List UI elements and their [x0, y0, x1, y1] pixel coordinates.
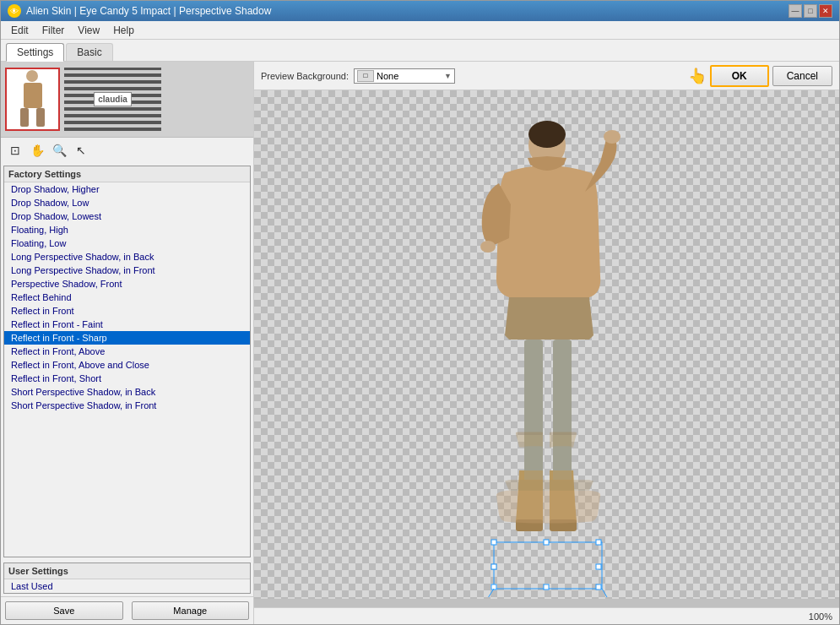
svg-rect-17 — [494, 542, 602, 589]
svg-rect-16 — [553, 446, 572, 480]
subject-container — [458, 107, 636, 597]
tabs-bar: Settings Basic — [1, 40, 839, 62]
factory-settings-header: Factory Settings — [4, 166, 250, 182]
list-item[interactable]: Long Perspective Shadow, in Front — [4, 264, 250, 277]
menu-filter[interactable]: Filter — [35, 23, 72, 38]
svg-rect-19 — [544, 540, 549, 545]
factory-settings-list: Drop Shadow, Higher Drop Shadow, Low Dro… — [4, 182, 250, 557]
list-item[interactable]: Reflect Behind — [4, 291, 250, 304]
svg-rect-2 — [20, 108, 29, 127]
left-panel: claudia ⊡ ✋ 🔍 ↖ Factory Settings Drop Sh… — [1, 62, 254, 624]
svg-rect-15 — [524, 446, 543, 480]
svg-rect-18 — [491, 540, 496, 545]
factory-settings-section: Factory Settings Drop Shadow, Higher Dro… — [3, 166, 251, 557]
preview-background-select[interactable]: □ None ▼ — [354, 68, 455, 84]
close-button[interactable]: ✕ — [819, 4, 832, 18]
last-used-item[interactable]: Last Used — [4, 579, 250, 593]
main-content: claudia ⊡ ✋ 🔍 ↖ Factory Settings Drop Sh… — [1, 62, 839, 624]
list-item[interactable]: Floating, Low — [4, 236, 250, 250]
title-bar: 👁 Alien Skin | Eye Candy 5 Impact | Pers… — [1, 1, 839, 21]
list-item-selected[interactable]: Reflect in Front - Sharp — [4, 331, 250, 345]
status-bar: 100% — [254, 607, 839, 624]
svg-rect-14 — [550, 432, 577, 436]
svg-rect-3 — [36, 108, 45, 127]
list-item[interactable]: Floating, High — [4, 223, 250, 236]
preview-background-label: Preview Background: — [261, 71, 349, 81]
zoom-fit-icon[interactable]: ⊡ — [5, 140, 25, 160]
preview-bg-icon: □ — [357, 70, 374, 82]
tab-basic[interactable]: Basic — [66, 43, 112, 61]
svg-point-0 — [26, 70, 38, 82]
zoom-in-icon[interactable]: 🔍 — [49, 140, 69, 160]
list-item[interactable]: Drop Shadow, Higher — [4, 182, 250, 196]
window-title: Alien Skin | Eye Candy 5 Impact | Perspe… — [26, 5, 271, 17]
action-buttons: 👆 OK Cancel — [688, 65, 832, 87]
app-icon: 👁 — [8, 4, 21, 18]
cancel-button[interactable]: Cancel — [772, 66, 832, 86]
list-item[interactable]: Reflect in Front, Above and Close — [4, 358, 250, 372]
toolbar-icons: ⊡ ✋ 🔍 ↖ — [1, 138, 253, 163]
ok-button[interactable]: OK — [710, 65, 769, 87]
list-item[interactable]: Reflect in Front — [4, 304, 250, 318]
svg-rect-22 — [596, 564, 601, 569]
menu-edit[interactable]: Edit — [4, 23, 35, 38]
svg-point-5 — [528, 121, 566, 148]
dropdown-arrow-icon: ▼ — [444, 72, 452, 80]
cursor-icon-ok: 👆 — [688, 67, 707, 85]
svg-point-8 — [480, 241, 496, 253]
list-item[interactable]: Drop Shadow, Lowest — [4, 209, 250, 223]
menu-view[interactable]: View — [71, 23, 106, 38]
list-item[interactable]: Short Perspective Shadow, in Front — [4, 399, 250, 412]
list-item[interactable]: Long Perspective Shadow, in Back — [4, 250, 250, 264]
svg-rect-1 — [24, 83, 42, 108]
main-window: 👁 Alien Skin | Eye Candy 5 Impact | Pers… — [0, 0, 840, 625]
thumbnail-person — [5, 68, 60, 131]
preview-bg-value: None — [377, 71, 444, 81]
window-controls: — □ ✕ — [789, 4, 832, 18]
svg-line-26 — [467, 589, 494, 597]
thumbnail-stripes: claudia — [64, 68, 161, 131]
stripes-label: claudia — [94, 92, 131, 106]
thumbnail-strip: claudia — [1, 62, 253, 138]
list-item[interactable]: Perspective Shadow, Front — [4, 277, 250, 291]
panel-footer: Save Manage — [1, 596, 253, 624]
right-panel: Preview Background: □ None ▼ 👆 OK Cancel — [254, 62, 839, 624]
manage-button[interactable]: Manage — [132, 601, 250, 620]
svg-rect-13 — [516, 432, 543, 436]
menu-help[interactable]: Help — [106, 23, 141, 38]
svg-rect-24 — [544, 584, 549, 590]
preview-canvas[interactable]: 100% — [254, 90, 839, 624]
menu-bar: Edit Filter View Help — [1, 21, 839, 40]
save-button[interactable]: Save — [5, 601, 123, 620]
list-item[interactable]: Reflect in Front, Above — [4, 345, 250, 358]
svg-rect-21 — [491, 564, 496, 569]
svg-point-7 — [604, 130, 621, 144]
minimize-button[interactable]: — — [789, 4, 802, 18]
list-item[interactable]: Reflect in Front - Faint — [4, 318, 250, 331]
pointer-tool-icon[interactable]: ↖ — [71, 140, 91, 160]
maximize-button[interactable]: □ — [804, 4, 817, 18]
svg-rect-20 — [596, 540, 601, 545]
list-item[interactable]: Short Perspective Shadow, in Back — [4, 385, 250, 399]
svg-rect-25 — [596, 584, 601, 590]
svg-line-27 — [602, 589, 627, 597]
settings-list-area: Factory Settings Drop Shadow, Higher Dro… — [1, 163, 253, 624]
list-item[interactable]: Reflect in Front, Short — [4, 372, 250, 385]
tab-settings[interactable]: Settings — [6, 43, 64, 62]
hand-tool-icon[interactable]: ✋ — [27, 140, 47, 160]
user-settings-section: User Settings Last Used — [3, 562, 251, 594]
zoom-level: 100% — [809, 611, 832, 622]
woman-svg — [458, 107, 636, 597]
list-item[interactable]: Drop Shadow, Low — [4, 196, 250, 209]
user-settings-header: User Settings — [4, 563, 250, 579]
